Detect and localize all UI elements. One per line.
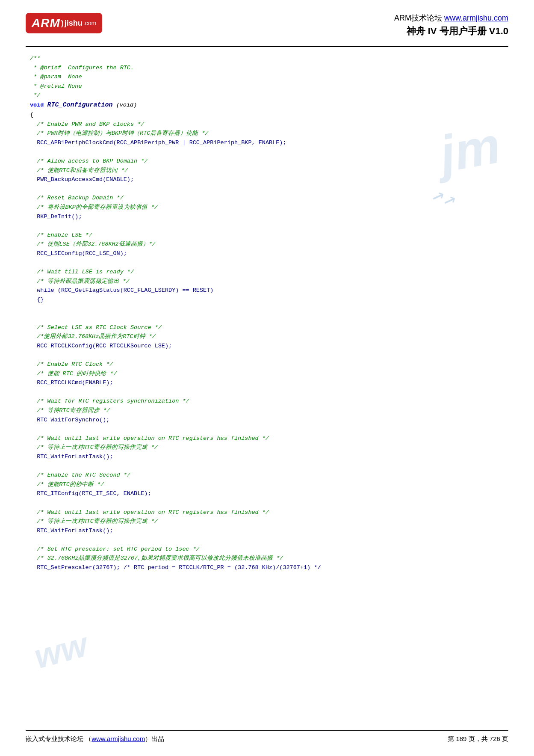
code-set-prescaler: RTC_SetPrescaler(32767); /* RTC period =… — [30, 563, 508, 572]
code-comment-lse-en: /* Enable LSE */ — [30, 231, 508, 240]
code-blank-12 — [30, 535, 508, 545]
code-blank-7 — [30, 350, 508, 360]
code-rtc-itconfig: RTC_ITConfig(RTC_IT_SEC, ENABLE); — [30, 489, 508, 498]
code-line-4: * @retval None — [30, 82, 508, 91]
code-comment-en-sec: /* Enable the RTC Second */ — [30, 471, 508, 480]
code-comment-reset-bkp-cn: /* 将外设BKP的全部寄存器重设为缺省值 */ — [30, 203, 508, 212]
code-comment-en-sec-cn: /* 使能RTC的秒中断 */ — [30, 480, 508, 489]
code-blank-6 — [30, 314, 508, 323]
code-comment-wait-last1: /* Wait until last write operation on RT… — [30, 434, 508, 443]
logo-box: ARM ) jishu .com — [26, 13, 102, 33]
code-comment-wait-lse: /* Wait till LSE is ready */ — [30, 267, 508, 277]
footer-suffix: ）出品 — [145, 735, 164, 742]
logo-area: ARM ) jishu .com — [26, 13, 120, 33]
code-line-5: */ — [30, 91, 508, 100]
code-rtcclk-config: RCC_RTCCLKConfig(RCC_RTCCLKSource_LSE); — [30, 341, 508, 351]
code-comment-sel-lse-cn: /*使用外部32.768KHz晶振作为RTC时钟 */ — [30, 332, 508, 341]
footer-right: 第 189 页，共 726 页 — [448, 735, 508, 743]
header-site-line: ARM技术论坛 www.armjishu.com — [394, 13, 508, 23]
code-comment-en-rtcclk: /* Enable RTC Clock */ — [30, 360, 508, 369]
code-comment-wait-lse-cn: /* 等待外部晶振震荡稳定输出 */ — [30, 277, 508, 286]
code-wait-last1: RTC_WaitForLastTask(); — [30, 452, 508, 462]
code-blank-9 — [30, 424, 508, 434]
code-area: /** * @brief Configures the RTC. * @para… — [26, 54, 508, 572]
code-while-brace: {} — [30, 295, 508, 305]
footer-url[interactable]: www.armjishu.com — [91, 735, 145, 742]
code-while-lse: while (RCC_GetFlagStatus(RCC_FLAG_LSERDY… — [30, 286, 508, 295]
code-blank-1 — [30, 147, 508, 157]
code-comment-wait-last1-cn: /* 等待上一次对RTC寄存器的写操作完成 */ — [30, 443, 508, 452]
logo-jishu-label: jishu — [65, 19, 83, 28]
code-comment-wait-last2-cn: /* 等待上一次对RTC寄存器的写操作完成 */ — [30, 517, 508, 526]
code-blank-5 — [30, 304, 508, 314]
code-blank-11 — [30, 498, 508, 508]
code-comment-pwrclk-en: /* Enable PWR and BKP clocks */ — [30, 120, 508, 129]
code-blank-10 — [30, 462, 508, 471]
logo-dotcom: .com — [83, 20, 96, 27]
page: ARM ) jishu .com ARM技术论坛 www.armjishu.co… — [0, 0, 534, 756]
code-bkp-deinit: BKP_DeInit(); — [30, 212, 508, 222]
code-lse-config: RCC_LSEConfig(RCC_LSE_ON); — [30, 249, 508, 258]
code-blank-3 — [30, 221, 508, 231]
footer-left: 嵌入式专业技术论坛 （www.armjishu.com）出品 — [26, 735, 164, 743]
header-right: ARM技术论坛 www.armjishu.com 神舟 IV 号用户手册 V1.… — [394, 13, 508, 38]
code-comment-wait-last2: /* Wait until last write operation on RT… — [30, 508, 508, 517]
code-rtcclk-cmd: RCC_RTCCLKCmd(ENABLE); — [30, 378, 508, 388]
header-site-label: ARM技术论坛 — [394, 14, 442, 22]
code-line-3: * @param None — [30, 72, 508, 82]
code-comment-prescaler: /* Set RTC prescaler: set RTC period to … — [30, 545, 508, 554]
code-comment-prescaler-cn: /* 32.768KHz晶振预分频值是32767,如果对精度要求很高可以修改此分… — [30, 554, 508, 563]
code-wait-last2: RTC_WaitForLastTask(); — [30, 526, 508, 536]
footer-left-text: 嵌入式专业技术论坛 （ — [26, 735, 91, 742]
header: ARM ) jishu .com ARM技术论坛 www.armjishu.co… — [26, 13, 508, 42]
code-comment-wait-sync-cn: /* 等待RTC寄存器同步 */ — [30, 406, 508, 415]
footer: 嵌入式专业技术论坛 （www.armjishu.com）出品 第 189 页，共… — [26, 730, 508, 743]
logo-jishu-text: ) — [61, 19, 64, 28]
code-blank-4 — [30, 258, 508, 267]
code-wait-synchro: RTC_WaitForSynchro(); — [30, 415, 508, 425]
header-book-title: 神舟 IV 号用户手册 V1.0 — [394, 25, 508, 38]
code-comment-bkp-en: /* Allow access to BKP Domain */ — [30, 157, 508, 166]
code-comment-bkp-cn: /* 使能RTC和后备寄存器访问 */ — [30, 166, 508, 175]
code-comment-reset-bkp: /* Reset Backup Domain */ — [30, 193, 508, 203]
code-func-sig: void RTC_Configuration (void) — [30, 100, 508, 110]
code-line-2: * @brief Configures the RTC. — [30, 63, 508, 73]
watermark-ww: ww — [30, 625, 91, 676]
header-divider — [26, 46, 508, 47]
logo-arm-text: ARM — [32, 16, 60, 30]
code-comment-lse-cn: /* 使能LSE（外部32.768KHz低速晶振）*/ — [30, 240, 508, 249]
code-pwr-backup: PWR_BackupAccessCmd(ENABLE); — [30, 175, 508, 184]
code-blank-8 — [30, 388, 508, 397]
code-rcc-apb1: RCC_APB1PeriphClockCmd(RCC_APB1Periph_PW… — [30, 138, 508, 148]
code-blank-2 — [30, 184, 508, 194]
code-comment-sel-lse: /* Select LSE as RTC Clock Source */ — [30, 323, 508, 332]
header-site-url[interactable]: www.armjishu.com — [444, 14, 508, 22]
code-comment-pwrclk-cn: /* PWR时钟（电源控制）与BKP时钟（RTC后备寄存器）使能 */ — [30, 129, 508, 138]
code-line-1: /** — [30, 54, 508, 63]
code-brace-open: { — [30, 110, 508, 120]
code-comment-wait-sync: /* Wait for RTC registers synchronizatio… — [30, 397, 508, 406]
code-comment-en-rtcclk-cn: /* 使能 RTC 的时钟供给 */ — [30, 369, 508, 379]
